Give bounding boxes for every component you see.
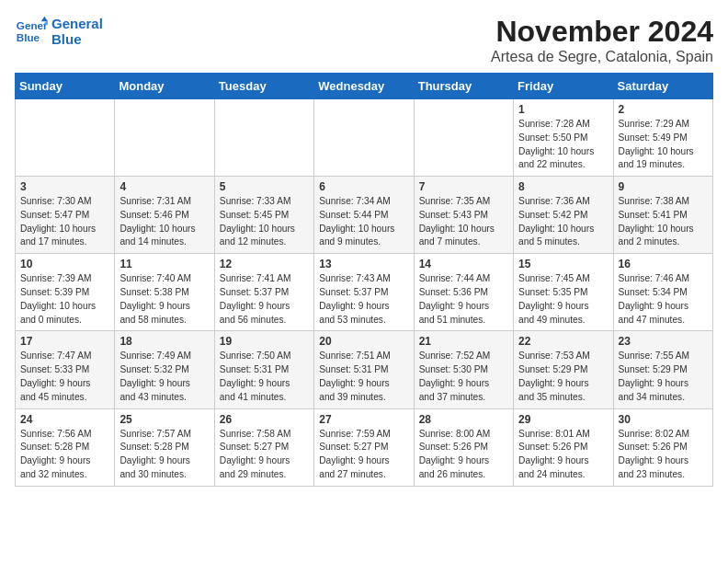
day-info: Sunrise: 7:40 AMSunset: 5:38 PMDaylight:…: [119, 272, 209, 327]
day-info: Sunrise: 7:49 AMSunset: 5:32 PMDaylight:…: [119, 350, 209, 404]
day-number: 22: [518, 335, 608, 348]
day-info: Sunrise: 7:59 AMSunset: 5:27 PMDaylight:…: [319, 428, 408, 482]
day-number: 13: [319, 258, 408, 270]
day-number: 5: [220, 180, 309, 193]
day-info: Sunrise: 7:33 AMSunset: 5:45 PMDaylight:…: [220, 195, 309, 249]
calendar-week-3: 10Sunrise: 7:39 AMSunset: 5:39 PMDayligh…: [16, 254, 713, 331]
day-number: 10: [20, 258, 109, 270]
day-number: 25: [119, 413, 209, 426]
calendar-cell: 27Sunrise: 7:59 AMSunset: 5:27 PMDayligh…: [314, 408, 414, 486]
calendar-cell: 1Sunrise: 7:28 AMSunset: 5:50 PMDaylight…: [514, 99, 613, 177]
calendar-cell: [214, 99, 313, 177]
calendar-cell: 11Sunrise: 7:40 AMSunset: 5:38 PMDayligh…: [115, 254, 214, 331]
day-info: Sunrise: 7:57 AMSunset: 5:28 PMDaylight:…: [119, 428, 209, 482]
weekday-wednesday: Wednesday: [314, 74, 414, 99]
day-number: 26: [220, 413, 309, 426]
day-info: Sunrise: 8:00 AMSunset: 5:26 PMDaylight:…: [419, 428, 508, 482]
day-number: 24: [20, 413, 109, 426]
calendar-cell: [115, 99, 214, 177]
day-info: Sunrise: 7:30 AMSunset: 5:47 PMDaylight:…: [20, 195, 109, 249]
calendar-cell: 8Sunrise: 7:36 AMSunset: 5:42 PMDaylight…: [514, 177, 613, 254]
calendar-cell: 24Sunrise: 7:56 AMSunset: 5:28 PMDayligh…: [16, 408, 115, 486]
calendar-cell: 18Sunrise: 7:49 AMSunset: 5:32 PMDayligh…: [115, 331, 214, 408]
month-title: November 2024: [491, 15, 713, 49]
logo-line2: Blue: [51, 31, 103, 47]
calendar-cell: 29Sunrise: 8:01 AMSunset: 5:26 PMDayligh…: [514, 408, 613, 486]
day-number: 4: [119, 180, 209, 193]
calendar-cell: 6Sunrise: 7:34 AMSunset: 5:44 PMDaylight…: [314, 177, 414, 254]
day-number: 19: [220, 335, 309, 348]
calendar-cell: 22Sunrise: 7:53 AMSunset: 5:29 PMDayligh…: [514, 331, 613, 408]
day-number: 7: [419, 180, 508, 193]
location: Artesa de Segre, Catalonia, Spain: [491, 49, 713, 65]
calendar-cell: 28Sunrise: 8:00 AMSunset: 5:26 PMDayligh…: [414, 408, 513, 486]
day-info: Sunrise: 7:56 AMSunset: 5:28 PMDaylight:…: [20, 428, 109, 482]
svg-text:Blue: Blue: [17, 31, 40, 43]
day-number: 23: [619, 335, 708, 348]
weekday-thursday: Thursday: [414, 74, 513, 99]
day-info: Sunrise: 7:58 AMSunset: 5:27 PMDaylight:…: [220, 428, 309, 482]
calendar-cell: 5Sunrise: 7:33 AMSunset: 5:45 PMDaylight…: [214, 177, 313, 254]
calendar-cell: 21Sunrise: 7:52 AMSunset: 5:30 PMDayligh…: [414, 331, 513, 408]
day-number: 3: [20, 180, 109, 193]
day-number: 8: [518, 180, 608, 193]
day-number: 17: [20, 335, 109, 348]
day-info: Sunrise: 7:52 AMSunset: 5:30 PMDaylight:…: [419, 350, 508, 404]
day-number: 12: [220, 258, 309, 270]
calendar-cell: 12Sunrise: 7:41 AMSunset: 5:37 PMDayligh…: [214, 254, 313, 331]
day-info: Sunrise: 7:38 AMSunset: 5:41 PMDaylight:…: [619, 195, 708, 249]
day-info: Sunrise: 7:47 AMSunset: 5:33 PMDaylight:…: [20, 350, 109, 404]
day-number: 11: [119, 258, 209, 270]
calendar-cell: 16Sunrise: 7:46 AMSunset: 5:34 PMDayligh…: [613, 254, 712, 331]
day-number: 9: [619, 180, 708, 193]
day-info: Sunrise: 7:53 AMSunset: 5:29 PMDaylight:…: [518, 350, 608, 404]
calendar-cell: 10Sunrise: 7:39 AMSunset: 5:39 PMDayligh…: [16, 254, 115, 331]
day-number: 30: [619, 413, 708, 426]
day-info: Sunrise: 7:41 AMSunset: 5:37 PMDaylight:…: [220, 272, 309, 327]
day-info: Sunrise: 7:50 AMSunset: 5:31 PMDaylight:…: [220, 350, 309, 404]
calendar-table: SundayMondayTuesdayWednesdayThursdayFrid…: [15, 73, 713, 487]
day-info: Sunrise: 8:01 AMSunset: 5:26 PMDaylight:…: [518, 428, 608, 482]
calendar-week-2: 3Sunrise: 7:30 AMSunset: 5:47 PMDaylight…: [16, 177, 713, 254]
calendar-cell: 4Sunrise: 7:31 AMSunset: 5:46 PMDaylight…: [115, 177, 214, 254]
day-info: Sunrise: 8:02 AMSunset: 5:26 PMDaylight:…: [619, 428, 708, 482]
calendar-cell: 26Sunrise: 7:58 AMSunset: 5:27 PMDayligh…: [214, 408, 313, 486]
logo: General Blue General Blue: [15, 15, 103, 48]
calendar-cell: 7Sunrise: 7:35 AMSunset: 5:43 PMDaylight…: [414, 177, 513, 254]
calendar-week-5: 24Sunrise: 7:56 AMSunset: 5:28 PMDayligh…: [16, 408, 713, 486]
day-number: 1: [518, 103, 608, 116]
day-number: 6: [319, 180, 408, 193]
weekday-header-row: SundayMondayTuesdayWednesdayThursdayFrid…: [16, 74, 713, 99]
calendar-cell: [314, 99, 414, 177]
weekday-sunday: Sunday: [16, 74, 115, 99]
day-number: 14: [419, 258, 508, 270]
day-info: Sunrise: 7:43 AMSunset: 5:37 PMDaylight:…: [319, 272, 408, 327]
calendar-cell: 15Sunrise: 7:45 AMSunset: 5:35 PMDayligh…: [514, 254, 613, 331]
calendar-body: 1Sunrise: 7:28 AMSunset: 5:50 PMDaylight…: [16, 99, 713, 487]
day-info: Sunrise: 7:34 AMSunset: 5:44 PMDaylight:…: [319, 195, 408, 249]
day-number: 27: [319, 413, 408, 426]
weekday-tuesday: Tuesday: [214, 74, 313, 99]
weekday-friday: Friday: [514, 74, 613, 99]
calendar-cell: 20Sunrise: 7:51 AMSunset: 5:31 PMDayligh…: [314, 331, 414, 408]
day-info: Sunrise: 7:36 AMSunset: 5:42 PMDaylight:…: [518, 195, 608, 249]
calendar-week-4: 17Sunrise: 7:47 AMSunset: 5:33 PMDayligh…: [16, 331, 713, 408]
calendar-cell: 30Sunrise: 8:02 AMSunset: 5:26 PMDayligh…: [613, 408, 712, 486]
logo-line1: General: [51, 16, 103, 31]
weekday-monday: Monday: [115, 74, 214, 99]
day-number: 15: [518, 258, 608, 270]
day-number: 28: [419, 413, 508, 426]
calendar-cell: 3Sunrise: 7:30 AMSunset: 5:47 PMDaylight…: [16, 177, 115, 254]
title-block: November 2024 Artesa de Segre, Catalonia…: [491, 15, 713, 65]
day-number: 20: [319, 335, 408, 348]
calendar-cell: 2Sunrise: 7:29 AMSunset: 5:49 PMDaylight…: [613, 99, 712, 177]
day-info: Sunrise: 7:55 AMSunset: 5:29 PMDaylight:…: [619, 350, 708, 404]
calendar-cell: 13Sunrise: 7:43 AMSunset: 5:37 PMDayligh…: [314, 254, 414, 331]
calendar-cell: 14Sunrise: 7:44 AMSunset: 5:36 PMDayligh…: [414, 254, 513, 331]
calendar-week-1: 1Sunrise: 7:28 AMSunset: 5:50 PMDaylight…: [16, 99, 713, 177]
calendar-cell: 23Sunrise: 7:55 AMSunset: 5:29 PMDayligh…: [613, 331, 712, 408]
page-header: General Blue General Blue November 2024 …: [15, 15, 713, 65]
day-info: Sunrise: 7:28 AMSunset: 5:50 PMDaylight:…: [518, 118, 608, 172]
calendar-cell: 9Sunrise: 7:38 AMSunset: 5:41 PMDaylight…: [613, 177, 712, 254]
day-number: 18: [119, 335, 209, 348]
